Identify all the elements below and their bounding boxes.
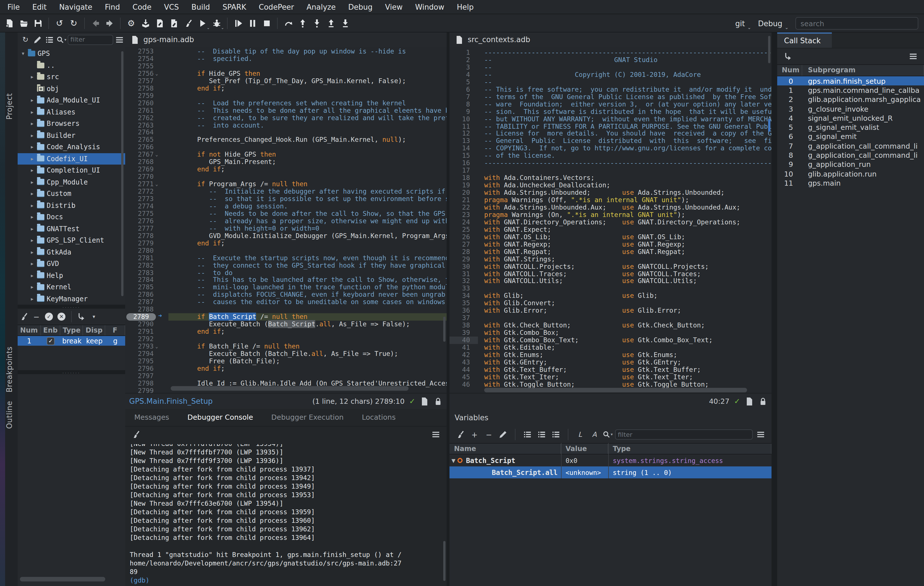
line-number[interactable]: 2799	[125, 387, 153, 393]
expander-icon[interactable]: ▸	[30, 168, 35, 174]
line-number[interactable]: 24	[449, 219, 470, 226]
line-number[interactable]: 2795	[125, 358, 153, 365]
code-line-11[interactable]: 11-- TABILITY or FITNESS FOR A PARTICULA…	[449, 123, 772, 130]
menu-edit[interactable]: Edit	[26, 0, 53, 14]
tree-item-..[interactable]: ..	[18, 60, 125, 71]
disable-breakpoints-icon[interactable]: ✕	[55, 310, 68, 323]
callstack-frame-9[interactable]: 9g_application_run	[777, 160, 924, 169]
code-line-2767[interactable]: 2767⌄ if not Hide_GPS then	[125, 151, 447, 159]
editor2-code-area[interactable]: 1---------------------------------------…	[449, 47, 772, 393]
line-number[interactable]: 5	[449, 79, 470, 86]
menu-codepeer[interactable]: CodePeer	[252, 0, 300, 14]
expander-icon[interactable]: ▸	[30, 133, 35, 138]
line-number[interactable]: 2782	[125, 262, 153, 269]
line-number[interactable]: 18	[449, 174, 470, 182]
callstack-frame-10[interactable]: 10glib.application.run	[777, 169, 924, 179]
expand-list-icon[interactable]	[521, 428, 533, 441]
line-number[interactable]: 2785	[125, 284, 153, 291]
line-number[interactable]: 2798	[125, 380, 153, 387]
line-number[interactable]: 2767	[125, 151, 153, 159]
code-line-16[interactable]: 16--------------------------------------…	[449, 160, 772, 167]
code-line-2760[interactable]: 2760 -- Load the preferences set when cr…	[125, 99, 447, 107]
expander-icon[interactable]: ▸	[30, 261, 35, 267]
debug-continue-icon[interactable]	[231, 16, 245, 30]
code-line-2761[interactable]: 2761 -- This needs to be done after all …	[125, 107, 447, 114]
code-line-2755[interactable]: 2755	[125, 63, 447, 70]
line-number[interactable]: 2772	[125, 188, 153, 195]
line-number[interactable]: 25	[449, 226, 470, 233]
code-line-2769[interactable]: 2769 end if;	[125, 166, 447, 173]
line-number[interactable]: 45	[449, 374, 470, 381]
line-number[interactable]: 2766	[125, 144, 153, 151]
code-line-37[interactable]: 37	[449, 315, 772, 322]
compile-icon[interactable]	[167, 16, 181, 30]
code-line-39[interactable]: 39with Gtk.Combo_Box;	[449, 329, 772, 336]
line-number[interactable]: 2759	[125, 92, 153, 99]
code-line-31[interactable]: 31with GNATCOLL.Traces; use GNATCOLL.Tra…	[449, 270, 772, 278]
tree-item-gvd[interactable]: ▸GVD	[18, 258, 125, 270]
tree-item-distrib[interactable]: ▸Distrib	[18, 200, 125, 211]
goto-breakpoint-icon[interactable]	[75, 310, 87, 323]
line-number[interactable]: 2778	[125, 232, 153, 240]
code-line-30[interactable]: 30with GNATCOLL.Projects; use GNATCOLL.P…	[449, 263, 772, 270]
flat-view-icon[interactable]	[45, 33, 56, 46]
variable-row-batch_script.all[interactable]: Batch_Script.all<unknown>string (1 .. 0)	[449, 467, 772, 478]
line-number[interactable]: 33	[449, 285, 470, 293]
fold-icon[interactable]: ⌄	[155, 181, 158, 189]
lock-icon[interactable]	[759, 397, 767, 406]
line-number[interactable]: 2784	[125, 276, 153, 284]
search-input[interactable]	[795, 17, 918, 30]
code-line-12[interactable]: 12-- License for more details. You shoul…	[449, 130, 772, 137]
panel-menu-icon[interactable]	[755, 428, 767, 441]
code-line-7[interactable]: 7-- terms of the GNU General Public Lice…	[449, 93, 772, 101]
line-number[interactable]: 2771	[125, 180, 153, 188]
code-line-2779[interactable]: 2779 end if;	[125, 240, 447, 247]
line-number[interactable]: 4	[449, 71, 470, 79]
code-line-2784[interactable]: 2784 -- This has to be launched after th…	[125, 276, 447, 284]
tree-item-code_analysis[interactable]: ▸Code_Analysis	[18, 141, 125, 153]
line-number[interactable]: 39	[449, 329, 470, 336]
code-line-2781[interactable]: 2781 -- Execute the startup scripts now,…	[125, 254, 447, 262]
callstack-frame-7[interactable]: 7g_application_call_command_li	[777, 141, 924, 151]
line-number[interactable]: 40	[449, 336, 470, 344]
expander-icon[interactable]: ▸	[30, 238, 35, 243]
code-line-46[interactable]: 46with Gtk.Toggle_Button; use Gtk.Toggle…	[449, 381, 772, 388]
line-number[interactable]: 6	[449, 86, 470, 93]
expander-icon[interactable]: ▾	[20, 51, 26, 57]
menu-navigate[interactable]: Navigate	[53, 0, 99, 14]
callstack-frame-8[interactable]: 8g_application_call_command_li	[777, 151, 924, 160]
line-number[interactable]: 2762	[125, 114, 153, 122]
code-line-2753[interactable]: 2753 -- Disable tip of the day pop up wi…	[125, 48, 447, 55]
line-number[interactable]: 2791	[125, 328, 153, 335]
code-line-44[interactable]: 44with Gtk.Text_Buffer; use Gtk.Text_Buf…	[449, 366, 772, 374]
expander-icon[interactable]: ▸	[30, 109, 35, 115]
console-vscrollbar[interactable]	[443, 541, 446, 581]
code-line-8[interactable]: 8-- ware Foundation; either version 3, o…	[449, 101, 772, 108]
line-number[interactable]: 38	[449, 322, 470, 329]
back-icon[interactable]	[88, 16, 102, 30]
breakpoint-enabled-checkbox[interactable]: ✓	[47, 337, 54, 345]
editor2-hscrollbar[interactable]	[484, 388, 747, 392]
expander-icon[interactable]: ▸	[30, 214, 35, 220]
menu-code[interactable]: Code	[126, 0, 158, 14]
code-line-2775[interactable]: 2775 -- Needs to be done after the call …	[125, 210, 447, 218]
redo-icon[interactable]: ↻	[66, 16, 81, 30]
code-line-24[interactable]: 24with GNAT.Directory_Operations; use GN…	[449, 219, 772, 226]
line-number[interactable]: 12	[449, 130, 470, 137]
file-status-icon[interactable]	[745, 397, 754, 406]
code-line-2764[interactable]: 2764	[125, 129, 447, 136]
line-number[interactable]: 36	[449, 307, 470, 315]
callstack-frame-2[interactable]: 2glib.application.marsh_gapplica	[777, 95, 924, 104]
line-number[interactable]: 2781	[125, 254, 153, 262]
code-line-2762[interactable]: 2762 -- created, to be sure they are rea…	[125, 114, 447, 122]
code-line-21[interactable]: 21pragma Warnings (Off, ".*is an interna…	[449, 197, 772, 204]
bp-column-enb[interactable]: Enb	[41, 325, 60, 335]
line-number[interactable]: 2790	[125, 321, 153, 328]
code-line-2768[interactable]: 2768 GPS_Main.Present;	[125, 159, 447, 166]
line-number[interactable]: 27	[449, 241, 470, 248]
line-number[interactable]: 2757	[125, 78, 153, 85]
line-number[interactable]: 21	[449, 197, 470, 204]
line-number[interactable]: 2760	[125, 99, 153, 107]
refresh-icon[interactable]: ↻	[20, 33, 31, 46]
menu-window[interactable]: Window	[409, 0, 450, 14]
